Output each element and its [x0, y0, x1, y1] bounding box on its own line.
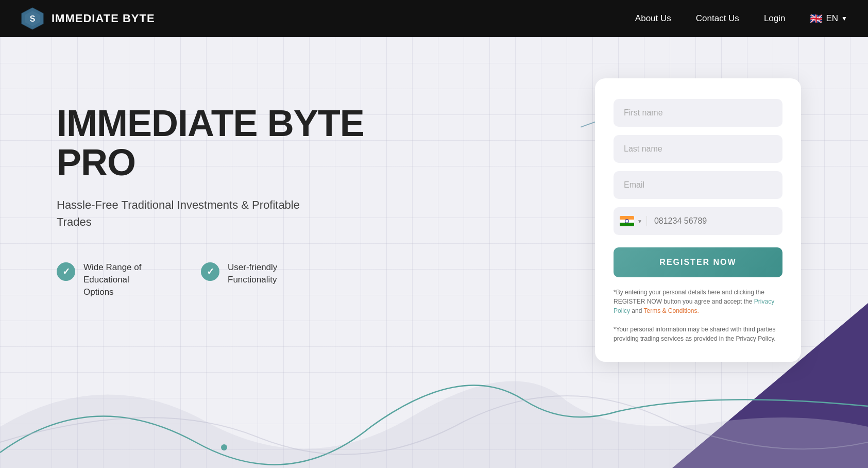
last-name-group: [614, 135, 782, 163]
nav-contact[interactable]: Contact Us: [696, 13, 739, 24]
disclaimer-text: *By entering your personal details here …: [614, 288, 782, 343]
lang-chevron-icon: ▼: [841, 15, 847, 22]
features-list: Wide Range of Educational Options User-f…: [57, 261, 595, 298]
hero-section: IMMEDIATE BYTE PRO Hassle-Free Tradition…: [0, 37, 868, 468]
nav-links: About Us Contact Us Login 🇬🇧 EN ▼: [635, 12, 847, 25]
svg-point-3: [221, 444, 227, 450]
check-icon-2: [201, 262, 219, 281]
hero-content: IMMEDIATE BYTE PRO Hassle-Free Tradition…: [0, 37, 595, 298]
phone-group: ▼: [614, 207, 782, 235]
register-button[interactable]: REGISTER NOW: [614, 247, 782, 277]
phone-row: ▼: [614, 207, 782, 235]
nav-login[interactable]: Login: [764, 13, 786, 24]
first-name-group: [614, 99, 782, 127]
phone-chevron-icon: ▼: [637, 219, 642, 224]
email-input[interactable]: [614, 171, 782, 199]
lang-selector[interactable]: 🇬🇧 EN ▼: [810, 12, 847, 25]
hero-subtitle: Hassle-Free Traditional Investments & Pr…: [57, 196, 325, 230]
terms-link[interactable]: Terms & Conditions.: [644, 307, 699, 314]
phone-input[interactable]: [647, 207, 776, 235]
first-name-input[interactable]: [614, 99, 782, 127]
brand: S IMMEDIATE BYTE: [21, 7, 155, 30]
feature-item-2: User-friendly Functionality: [201, 261, 304, 298]
nav-about[interactable]: About Us: [635, 13, 671, 24]
logo-icon: S: [21, 7, 44, 30]
brand-title: IMMEDIATE BYTE: [52, 12, 155, 25]
feature-label-2: User-friendly Functionality: [228, 261, 304, 286]
feature-item-1: Wide Range of Educational Options: [57, 261, 160, 298]
email-group: [614, 171, 782, 199]
feature-label-1: Wide Range of Educational Options: [83, 261, 160, 298]
svg-text:S: S: [30, 14, 36, 23]
hero-title: IMMEDIATE BYTE PRO: [57, 104, 595, 182]
register-form: ▼ REGISTER NOW *By entering your persona…: [595, 78, 801, 362]
check-icon-1: [57, 262, 75, 281]
india-flag-icon: [620, 216, 634, 226]
navbar: S IMMEDIATE BYTE About Us Contact Us Log…: [0, 0, 868, 37]
lang-label: EN: [826, 13, 838, 24]
phone-flag-selector[interactable]: ▼: [620, 216, 647, 226]
last-name-input[interactable]: [614, 135, 782, 163]
